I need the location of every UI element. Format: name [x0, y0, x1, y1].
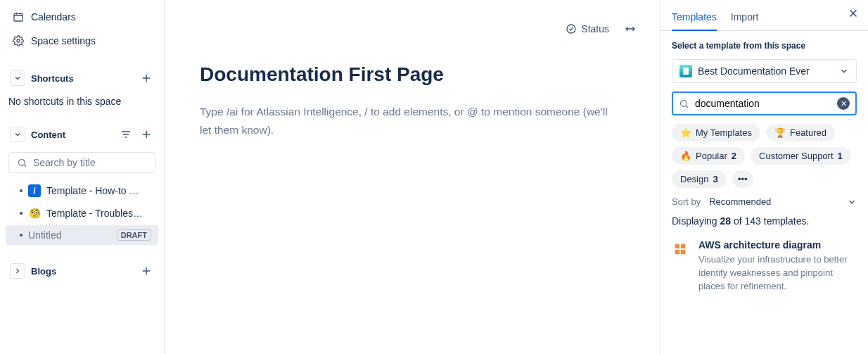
chip-popular[interactable]: 🔥 Popular 2 — [672, 147, 745, 165]
sidebar: Calendars Space settings Shortcuts No sh… — [0, 0, 165, 354]
svg-point-3 — [567, 25, 575, 33]
chip-more[interactable]: ••• — [732, 170, 753, 188]
content-toggle[interactable] — [10, 127, 25, 142]
blogs-title: Blogs — [31, 266, 56, 277]
svg-point-1 — [17, 39, 20, 42]
clear-search-button[interactable]: ✕ — [837, 97, 850, 110]
status-circle-icon — [566, 23, 577, 34]
gear-icon — [13, 35, 24, 46]
star-icon: ⭐ — [680, 127, 691, 138]
templates-panel: Templates Import Select a template from … — [660, 0, 868, 354]
chip-label: My Templates — [696, 127, 752, 138]
select-template-label: Select a template from this space — [672, 41, 857, 51]
status-button[interactable]: Status — [566, 23, 609, 34]
chip-my-templates[interactable]: ⭐ My Templates — [672, 124, 760, 141]
panel-body: Select a template from this space Best D… — [660, 31, 868, 303]
magnify-face-icon: 🧐 — [28, 207, 41, 220]
sort-value[interactable]: Recommended — [709, 196, 838, 207]
results-count: Displaying 28 of 143 templates. — [672, 215, 857, 227]
svg-point-4 — [681, 100, 687, 106]
chip-label: Featured — [790, 127, 826, 138]
template-search[interactable]: ✕ — [672, 91, 857, 115]
add-content-button[interactable] — [139, 127, 154, 142]
content-title: Content — [31, 129, 65, 140]
more-icon: ••• — [738, 174, 748, 184]
tree-item-label: Template - How-to … — [46, 185, 151, 196]
fire-icon: 🔥 — [680, 151, 691, 161]
template-categories: ⭐ My Templates 🏆 Featured 🔥 Popular 2 Cu… — [672, 124, 857, 188]
sort-label: Sort by — [672, 196, 701, 207]
content-search-input[interactable] — [33, 157, 156, 168]
trophy-icon: 🏆 — [774, 127, 786, 138]
svg-point-2 — [18, 159, 25, 165]
blogs-header: Blogs — [6, 258, 158, 284]
chevron-down-icon — [839, 66, 849, 76]
template-search-input[interactable] — [695, 98, 831, 109]
expand-width-button[interactable] — [623, 23, 637, 34]
chip-design[interactable]: Design 3 — [672, 170, 727, 188]
editor-top-actions: Status — [165, 0, 660, 46]
chip-label: Popular — [696, 151, 727, 161]
sort-row: Sort by Recommended — [672, 196, 857, 207]
status-label: Status — [581, 23, 609, 34]
template-title: AWS architecture diagram — [698, 239, 857, 251]
nav-space-settings-label: Space settings — [31, 35, 96, 46]
tree-item-template-troubleshoot[interactable]: 🧐 Template - Troubles… — [6, 203, 158, 224]
tree-item-label: Untitled — [28, 229, 111, 241]
content-search[interactable] — [8, 152, 155, 173]
chip-featured[interactable]: 🏆 Featured — [766, 124, 835, 141]
chip-count: 3 — [713, 174, 717, 184]
svg-rect-0 — [14, 13, 23, 21]
editor-main: Status Documentation First Page Type /ai… — [165, 0, 660, 354]
tree-item-label: Template - Troubles… — [46, 208, 151, 219]
tab-import[interactable]: Import — [731, 7, 759, 31]
space-select[interactable]: Best Documentation Ever — [672, 59, 857, 83]
bullet-icon — [20, 189, 23, 192]
tree-item-template-howto[interactable]: i Template - How-to … — [6, 180, 158, 201]
tab-templates[interactable]: Templates — [672, 7, 717, 31]
tree-item-untitled[interactable]: Untitled DRAFT — [6, 225, 158, 245]
info-icon: i — [28, 184, 41, 197]
calendar-icon — [13, 11, 24, 23]
nav-calendars[interactable]: Calendars — [6, 6, 158, 28]
panel-tabs: Templates Import — [660, 0, 868, 31]
space-name: Best Documentation Ever — [698, 65, 834, 77]
shortcuts-header: Shortcuts — [6, 65, 158, 91]
shortcuts-title: Shortcuts — [31, 73, 74, 84]
nav-calendars-label: Calendars — [31, 11, 76, 23]
bullet-icon — [20, 212, 23, 215]
add-shortcut-button[interactable] — [139, 70, 154, 86]
bullet-icon — [20, 234, 23, 236]
shortcuts-toggle[interactable] — [10, 70, 25, 86]
template-text: AWS architecture diagram Visualize your … — [698, 239, 857, 293]
page-title[interactable]: Documentation First Page — [200, 63, 618, 86]
search-icon — [16, 157, 27, 168]
chip-label: Customer Support — [759, 151, 834, 161]
editor-placeholder: Type /ai for Atlassian Intelligence, / t… — [200, 103, 615, 140]
search-icon — [679, 99, 689, 109]
content-header: Content — [6, 121, 158, 148]
template-desc: Visualize your infrastructure to better … — [698, 253, 857, 293]
space-icon — [679, 65, 692, 77]
chip-customer-support[interactable]: Customer Support 1 — [751, 147, 851, 165]
shortcuts-empty-text: No shortcuts in this space — [6, 93, 158, 114]
chip-label: Design — [680, 174, 708, 184]
draft-badge: DRAFT — [117, 229, 151, 241]
nav-space-settings[interactable]: Space settings — [6, 30, 158, 52]
template-icon — [672, 241, 689, 258]
chip-count: 1 — [838, 151, 843, 161]
content-filter-button[interactable] — [119, 127, 133, 141]
template-item-aws[interactable]: AWS architecture diagram Visualize your … — [672, 235, 857, 293]
chip-count: 2 — [732, 151, 736, 161]
add-blog-button[interactable] — [139, 263, 154, 279]
blogs-toggle[interactable] — [10, 263, 25, 279]
chevron-down-icon[interactable] — [847, 197, 857, 207]
editor-area[interactable]: Documentation First Page Type /ai for At… — [165, 46, 660, 140]
